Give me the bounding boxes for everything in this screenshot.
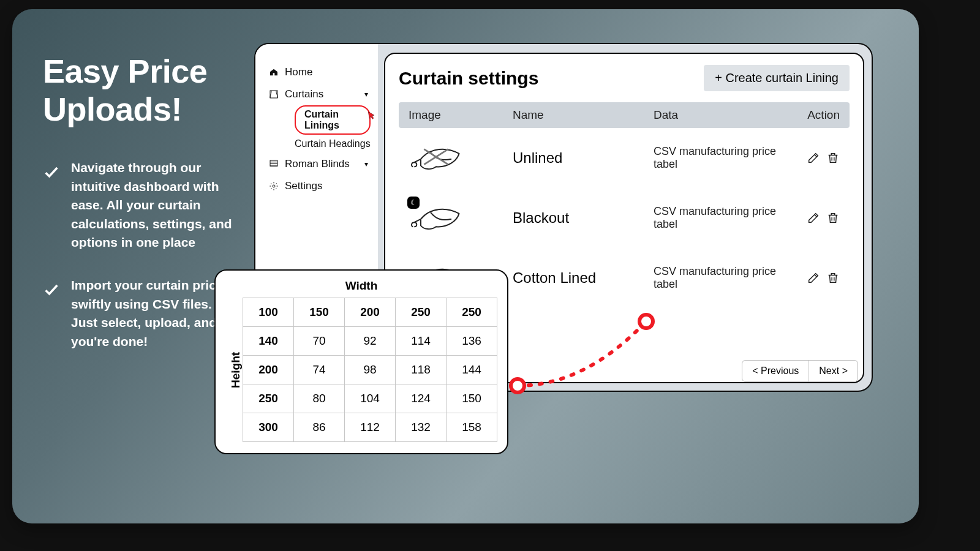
trash-icon[interactable] bbox=[826, 211, 840, 225]
sidebar-sub-label: Curtain Headings bbox=[295, 138, 371, 149]
edit-icon[interactable] bbox=[807, 151, 820, 165]
chevron-down-icon: ▾ bbox=[364, 90, 368, 99]
price-row-head: 200 bbox=[243, 356, 294, 384]
col-header-image: Image bbox=[409, 108, 513, 122]
sidebar-item-label: Home bbox=[285, 66, 312, 78]
col-header-data: Data bbox=[654, 108, 791, 122]
price-table: 1001502002502501407092114136200749811814… bbox=[243, 298, 497, 442]
page-title: Curtain settings bbox=[399, 68, 538, 89]
check-icon bbox=[43, 281, 60, 298]
chevron-down-icon: ▾ bbox=[364, 160, 368, 168]
col-header-name: Name bbox=[513, 108, 654, 122]
home-icon bbox=[269, 67, 279, 77]
promo-bullet-text: Navigate through our intuitive dashboard… bbox=[71, 159, 239, 252]
price-cell: 98 bbox=[345, 356, 396, 384]
price-cell: 112 bbox=[345, 413, 396, 442]
sidebar-item-label: Roman Blinds bbox=[285, 158, 350, 170]
price-cell: 158 bbox=[447, 413, 497, 442]
price-col-head: 250 bbox=[396, 298, 447, 327]
sidebar-item-roman-blinds[interactable]: Roman Blinds ▾ bbox=[266, 153, 371, 175]
price-cell: 118 bbox=[396, 356, 447, 384]
sidebar-item-label: Settings bbox=[285, 180, 322, 192]
price-col-head: 150 bbox=[294, 298, 345, 327]
price-cell: 92 bbox=[345, 327, 396, 356]
price-col-head: 200 bbox=[345, 298, 396, 327]
row-data: CSV manufacturing price tabel bbox=[654, 145, 791, 171]
price-cell: 70 bbox=[294, 327, 345, 356]
price-cell: 74 bbox=[294, 356, 345, 384]
edit-icon[interactable] bbox=[807, 211, 820, 225]
edit-icon[interactable] bbox=[807, 271, 820, 285]
price-row-head: 140 bbox=[243, 327, 294, 356]
price-height-label: Height bbox=[225, 298, 243, 442]
row-data: CSV manufacturing price tabel bbox=[654, 205, 791, 231]
col-header-action: Action bbox=[791, 108, 840, 122]
sidebar-item-settings[interactable]: Settings bbox=[266, 175, 371, 197]
price-row-head: 300 bbox=[243, 413, 294, 442]
create-lining-button[interactable]: + Create curtain Lining bbox=[704, 65, 850, 91]
price-table-card: Width Height 100150200250250140709211413… bbox=[214, 269, 508, 454]
check-icon bbox=[43, 163, 60, 181]
moon-icon: ☾ bbox=[407, 197, 420, 209]
price-cell: 80 bbox=[294, 384, 345, 413]
sidebar-sub-curtain-headings[interactable]: Curtain Headings bbox=[295, 135, 371, 153]
row-name: Unlined bbox=[513, 149, 654, 167]
sidebar-item-home[interactable]: Home bbox=[266, 61, 371, 83]
price-cell: 150 bbox=[447, 384, 497, 413]
trash-icon[interactable] bbox=[826, 271, 840, 285]
table-header: Image Name Data Action bbox=[399, 102, 850, 128]
promo-headline: Easy Price Uploads! bbox=[43, 52, 239, 128]
promo-column: Easy Price Uploads! Navigate through our… bbox=[43, 52, 239, 375]
svg-point-2 bbox=[273, 185, 275, 187]
price-width-label: Width bbox=[225, 279, 497, 293]
trash-icon[interactable] bbox=[826, 151, 840, 165]
promo-bullet: Import your curtain prices swiftly using… bbox=[43, 276, 239, 351]
prev-button[interactable]: < Previous bbox=[742, 361, 809, 381]
table-row: UnlinedCSV manufacturing price tabel bbox=[399, 128, 850, 188]
price-cell: 86 bbox=[294, 413, 345, 442]
gear-icon bbox=[269, 181, 279, 191]
row-name: Blackout bbox=[513, 209, 654, 227]
fabric-icon: ☾ bbox=[409, 203, 464, 233]
sidebar-sub-label: Curtain Linings bbox=[304, 109, 339, 130]
price-cell: 132 bbox=[396, 413, 447, 442]
price-cell: 114 bbox=[396, 327, 447, 356]
row-data: CSV manufacturing price tabel bbox=[654, 265, 791, 291]
price-col-head: 250 bbox=[447, 298, 497, 327]
pager: < Previous Next > bbox=[742, 360, 858, 382]
price-row-head: 250 bbox=[243, 384, 294, 413]
marketing-stage: Easy Price Uploads! Navigate through our… bbox=[12, 9, 919, 523]
price-cell: 136 bbox=[447, 327, 497, 356]
table-row: ☾BlackoutCSV manufacturing price tabel bbox=[399, 188, 850, 248]
price-cell: 124 bbox=[396, 384, 447, 413]
sidebar-sub-curtain-linings[interactable]: Curtain Linings bbox=[295, 105, 371, 135]
promo-bullet: Navigate through our intuitive dashboard… bbox=[43, 159, 239, 252]
promo-bullet-text: Import your curtain prices swiftly using… bbox=[71, 276, 239, 351]
price-cell: 104 bbox=[345, 384, 396, 413]
curtains-icon bbox=[269, 89, 279, 99]
blinds-icon bbox=[269, 159, 279, 169]
sidebar-item-curtains[interactable]: Curtains ▾ bbox=[266, 83, 371, 105]
row-name: Cotton Lined bbox=[513, 269, 654, 287]
price-col-head: 100 bbox=[243, 298, 294, 327]
pointer-cursor-icon bbox=[363, 109, 379, 127]
next-button[interactable]: Next > bbox=[809, 361, 858, 381]
fabric-icon bbox=[409, 143, 464, 173]
price-cell: 144 bbox=[447, 356, 497, 384]
sidebar-item-label: Curtains bbox=[285, 88, 323, 100]
